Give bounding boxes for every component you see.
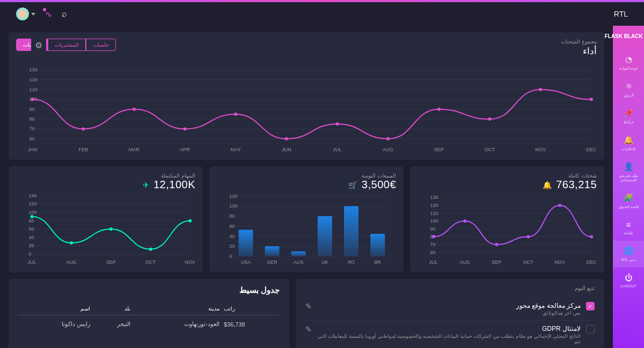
svg-text:60: 60	[430, 250, 436, 255]
svg-text:130: 130	[29, 67, 37, 72]
avatar	[16, 8, 29, 20]
task-title: لامتثال GDPR	[317, 325, 581, 332]
tasks-chart: 020406080100120140JULAUGSEPOCTNOV	[16, 191, 195, 266]
sidebar-icon: 🧩	[624, 193, 634, 203]
table-header: راتب	[222, 302, 280, 315]
svg-text:130: 130	[430, 195, 438, 200]
svg-point-37	[488, 117, 491, 121]
cart-icon: 🛒	[348, 181, 357, 189]
svg-rect-90	[344, 206, 358, 256]
table-header: مدينة	[133, 302, 222, 315]
svg-text:0: 0	[230, 254, 232, 259]
sidebar-item-4[interactable]: 👤ملف تعريفي للمستخدم	[613, 157, 644, 188]
user-menu[interactable]	[16, 8, 35, 20]
svg-text:AUG: AUG	[67, 260, 77, 265]
tasks-list-card: تتبع الیوم ✓ مركز معالجة موقع محور نص آخ…	[296, 279, 604, 348]
svg-text:BR: BR	[374, 260, 381, 265]
svg-point-115	[31, 215, 34, 218]
gear-icon[interactable]: ⚙	[31, 38, 46, 53]
svg-point-34	[335, 122, 339, 125]
sidebar-icon: ≡	[626, 220, 631, 229]
sidebar-label: الرموز	[624, 93, 634, 98]
svg-text:AUS: AUS	[294, 260, 303, 265]
svg-text:JUL: JUL	[28, 260, 36, 265]
pill-purchases[interactable]: المشتريات	[48, 39, 86, 51]
table-row: $36,738العود-تورنهاوتالنيجررايس داكوتا	[18, 315, 280, 334]
svg-point-35	[386, 137, 390, 140]
search-icon[interactable]: ⌕	[62, 9, 67, 19]
activity-icon[interactable]: ∿	[45, 9, 52, 19]
svg-point-39	[590, 98, 593, 101]
svg-text:NOV: NOV	[535, 147, 546, 152]
edit-icon[interactable]: ✎	[305, 302, 312, 310]
sidebar-item-1[interactable]: ⚛الرموز	[613, 76, 644, 103]
svg-text:JUL: JUL	[429, 260, 438, 265]
task-desc: نص آخر هذالوثائق	[317, 310, 581, 316]
sidebar-item-6[interactable]: ≡طباعة	[613, 214, 644, 241]
sidebar-item-0[interactable]: ◔لوحة القيادة	[613, 49, 644, 76]
svg-text:110: 110	[29, 87, 37, 92]
svg-text:40: 40	[29, 235, 34, 240]
svg-text:70: 70	[29, 127, 34, 132]
rtl-label: RTL	[614, 10, 628, 18]
svg-text:90: 90	[430, 226, 436, 232]
sidebar-icon: 📌	[624, 108, 634, 118]
sidebar-icon: ⏻	[625, 273, 633, 282]
svg-text:40: 40	[230, 233, 235, 239]
sidebar-icon: ◔	[625, 55, 632, 64]
sidebar-icon: 👤	[624, 162, 634, 172]
task-title: مركز معالجة موقع محور	[317, 302, 581, 309]
sidebar-item-5[interactable]: 🧩قائمة الجدول	[613, 188, 644, 214]
shipments-chart: 60708090100110120130JULAUGSEPOCTNOVDEC	[418, 191, 597, 266]
svg-text:120: 120	[29, 77, 37, 83]
svg-text:120: 120	[230, 194, 238, 199]
performance-chart: 60708090100110120130JANFEBMARAPRMAYJUNJU…	[16, 62, 597, 153]
task-checkbox[interactable]: ✓	[586, 302, 595, 310]
svg-point-29	[82, 127, 85, 130]
svg-rect-88	[318, 216, 332, 256]
svg-text:120: 120	[430, 203, 438, 208]
svg-point-63	[463, 219, 466, 223]
task-checkbox[interactable]	[586, 325, 595, 334]
table-header: بلد	[92, 302, 133, 315]
table-title: جدول بسيط	[18, 285, 280, 295]
svg-text:80: 80	[29, 218, 34, 224]
sidebar-item-3[interactable]: 🔔إخطارات	[613, 130, 644, 157]
sidebar-item-7[interactable]: 🌐دعم RTL	[613, 241, 644, 268]
svg-text:MAY: MAY	[231, 147, 241, 152]
svg-text:OCT: OCT	[145, 260, 156, 265]
svg-text:RO: RO	[348, 260, 355, 265]
svg-rect-92	[370, 234, 385, 256]
svg-text:20: 20	[230, 243, 235, 249]
sidebar-label: لوحة القيادة	[619, 66, 638, 71]
sidebar-label: قائمة الجدول	[618, 205, 639, 209]
svg-text:60: 60	[29, 136, 34, 142]
svg-text:NOV: NOV	[185, 260, 195, 265]
sidebar-label: ملف تعريفي للمستخدم	[613, 174, 644, 182]
svg-point-67	[590, 235, 593, 238]
svg-text:DEC: DEC	[586, 147, 597, 152]
svg-text:JUL: JUL	[333, 147, 341, 152]
svg-text:JUN: JUN	[282, 147, 291, 152]
sidebar-icon: ⚛	[625, 82, 632, 91]
svg-text:OCT: OCT	[485, 147, 495, 152]
svg-point-38	[539, 88, 542, 91]
svg-text:USA: USA	[241, 260, 251, 265]
pill-sessions[interactable]: جلسات	[86, 39, 116, 51]
sidebar-label: إخطارات	[621, 147, 635, 151]
svg-point-64	[495, 243, 498, 246]
sidebar-label: دعم RTL	[621, 258, 635, 262]
svg-point-28	[31, 98, 34, 101]
sidebar-item-8[interactable]: ⏻LOGOUT	[613, 268, 644, 293]
sidebar-item-2[interactable]: 📌خرائط	[613, 103, 644, 130]
performance-card: مجموع الشحنات أداء جلسات المشتريات حسابا…	[9, 32, 604, 160]
svg-text:60: 60	[29, 226, 34, 232]
navbar: RTL ⌕ ∿	[0, 2, 644, 26]
svg-point-66	[558, 204, 561, 207]
card-title: أداء	[561, 46, 597, 57]
svg-point-30	[133, 108, 136, 111]
chevron-down-icon	[31, 13, 35, 16]
tasks-head: تتبع الیوم	[305, 285, 595, 291]
svg-text:DEC: DEC	[587, 260, 597, 265]
edit-icon[interactable]: ✎	[305, 325, 312, 334]
